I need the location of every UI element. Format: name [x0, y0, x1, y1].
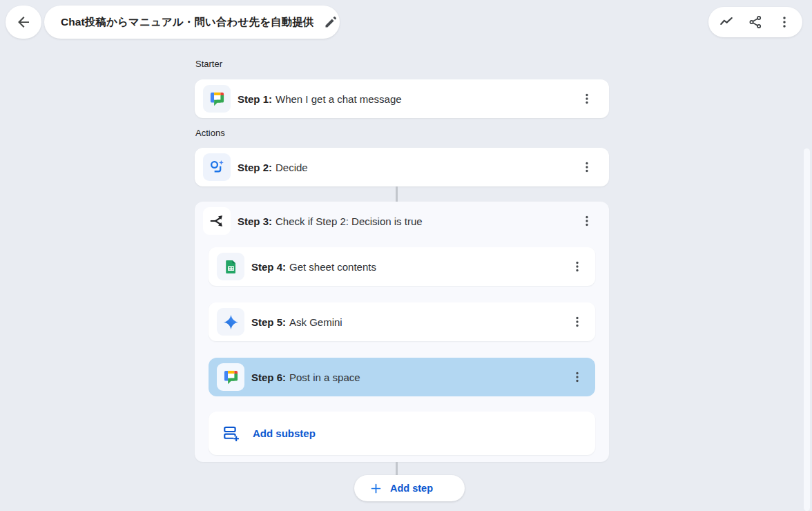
line-chart-icon	[719, 15, 734, 30]
kebab-menu-icon	[777, 15, 792, 30]
kebab-menu-icon	[580, 92, 594, 106]
step-2-menu-button[interactable]	[579, 157, 595, 177]
starter-section-label: Starter	[195, 59, 222, 69]
actions-section-label: Actions	[195, 128, 225, 138]
google-chat-icon	[209, 90, 226, 108]
step-6-menu-button[interactable]	[569, 367, 586, 387]
step-6-title: Step 6:Post in a space	[251, 372, 360, 383]
automation-flow-canvas: Chat投稿からマニュアル・問い合わせ先を自動提供	[0, 0, 812, 511]
kebab-menu-icon	[570, 260, 584, 273]
step-6-icon-container	[217, 363, 244, 391]
step-3-menu-button[interactable]	[579, 211, 595, 231]
step-3-card[interactable]: Step 3:Check if Step 2: Decision is true	[195, 202, 609, 240]
share-icon	[748, 15, 763, 30]
step-6-card-selected[interactable]: Step 6:Post in a space	[209, 358, 595, 396]
gemini-icon	[222, 314, 240, 331]
step-4-title: Step 4:Get sheet contents	[251, 261, 376, 273]
vertical-scrollbar[interactable]	[804, 148, 810, 511]
kebab-menu-icon	[570, 370, 584, 384]
step-4-menu-button[interactable]	[569, 257, 586, 276]
step-3-condition-group: Step 3:Check if Step 2: Decision is true…	[195, 202, 609, 462]
step-2-card[interactable]: Step 2:Decide	[195, 148, 609, 186]
back-arrow-icon	[15, 14, 32, 30]
plus-icon	[369, 482, 383, 495]
add-substep-label: Add substep	[253, 427, 316, 439]
step-1-title: Step 1:When I get a chat message	[238, 93, 402, 105]
more-options-button[interactable]	[773, 11, 795, 33]
google-chat-icon	[222, 369, 240, 386]
kebab-menu-icon	[570, 315, 584, 329]
step-5-icon-container	[217, 308, 244, 336]
kebab-menu-icon	[580, 160, 594, 174]
automation-title: Chat投稿からマニュアル・問い合わせ先を自動提供	[61, 15, 313, 30]
connector-line	[396, 462, 398, 476]
step-2-title: Step 2:Decide	[238, 162, 308, 173]
automation-title-bar: Chat投稿からマニュアル・問い合わせ先を自動提供	[44, 6, 340, 39]
step-5-menu-button[interactable]	[569, 312, 586, 331]
branch-split-icon	[209, 213, 225, 229]
share-button[interactable]	[744, 11, 766, 33]
add-substep-icon	[222, 425, 240, 443]
step-1-card[interactable]: Step 1:When I get a chat message	[195, 79, 609, 118]
step-4-icon-container	[217, 253, 244, 280]
step-2-icon-container	[203, 153, 231, 181]
connector-line	[396, 186, 398, 202]
google-sheets-icon	[223, 259, 239, 275]
step-1-menu-button[interactable]	[579, 89, 595, 108]
header-actions	[708, 7, 802, 37]
step-5-title: Step 5:Ask Gemini	[251, 316, 342, 328]
step-4-card[interactable]: Step 4:Get sheet contents	[209, 247, 595, 286]
step-3-icon-container	[203, 207, 231, 235]
step-1-icon-container	[203, 85, 231, 113]
decide-ai-icon	[209, 159, 226, 176]
step-3-title: Step 3:Check if Step 2: Decision is true	[238, 215, 423, 227]
add-step-label: Add step	[390, 483, 433, 494]
pencil-icon	[323, 15, 338, 30]
kebab-menu-icon	[580, 214, 594, 228]
step-5-card[interactable]: Step 5:Ask Gemini	[209, 302, 595, 341]
back-button[interactable]	[6, 6, 41, 39]
edit-title-button[interactable]	[323, 15, 338, 30]
add-step-button[interactable]: Add step	[354, 475, 465, 501]
add-substep-button[interactable]: Add substep	[209, 412, 595, 455]
activity-button[interactable]	[715, 11, 737, 33]
